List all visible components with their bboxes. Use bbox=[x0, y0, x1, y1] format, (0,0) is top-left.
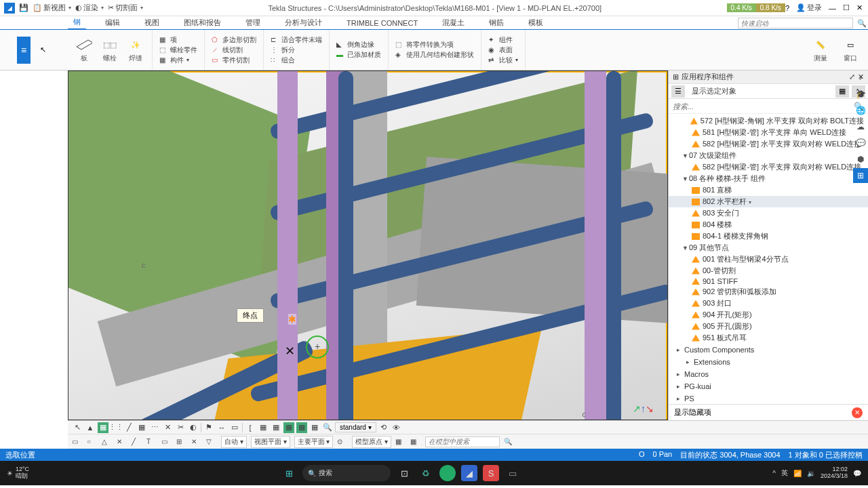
tab-template[interactable]: 模板 bbox=[523, 16, 549, 29]
rail-chat-icon[interactable]: 💬 bbox=[853, 136, 868, 150]
tool-more1[interactable]: ⋯ bbox=[149, 422, 160, 433]
polycut-button[interactable]: ⬠多边形切割 bbox=[212, 35, 256, 45]
geometry-shape-button[interactable]: ◈使用几何结构创建形状 bbox=[395, 50, 474, 60]
shape-t[interactable]: T bbox=[146, 438, 157, 445]
fit-end-button[interactable]: ⊏适合零件末端 bbox=[271, 35, 322, 45]
tree-item[interactable]: 00-管切割 bbox=[669, 265, 868, 277]
tool-more6[interactable]: ▦ bbox=[271, 422, 281, 433]
tool-cursor[interactable]: ↖ bbox=[72, 422, 83, 433]
tree-item[interactable]: 802 水平栏杆 bbox=[669, 196, 868, 207]
plate-button[interactable]: 板 bbox=[76, 37, 92, 63]
tool-dots[interactable]: ⋮⋮ bbox=[111, 422, 121, 433]
tree-item[interactable]: 001 管柱与型钢梁4分节点 bbox=[669, 253, 868, 265]
save-icon[interactable]: 💾 bbox=[19, 3, 28, 12]
shape-more2[interactable]: ⊞ bbox=[176, 438, 187, 445]
tool-line[interactable]: ╱ bbox=[123, 422, 134, 433]
help-icon[interactable]: ? bbox=[785, 4, 789, 12]
assembly-button[interactable]: ▦构件 ▾ bbox=[159, 56, 197, 65]
tool-more3[interactable]: ↔ bbox=[216, 422, 227, 433]
bolt-part-button[interactable]: ⬚螺栓零件 bbox=[159, 45, 197, 55]
tool-x[interactable]: ✕ bbox=[162, 422, 173, 433]
weather-widget[interactable]: ☀ 12°C晴朗 bbox=[7, 466, 29, 480]
tool-flag[interactable]: ⚑ bbox=[203, 422, 214, 433]
section-menu[interactable]: ✂切割面 bbox=[108, 3, 143, 13]
linecut-button[interactable]: ⟋线切割 bbox=[212, 45, 256, 55]
tree-category[interactable]: Extensions bbox=[669, 356, 868, 368]
tray-ime-icon[interactable]: 英 bbox=[781, 468, 788, 478]
shape-tri[interactable]: △ bbox=[102, 438, 113, 445]
model-search-input[interactable] bbox=[425, 436, 500, 447]
tool-search[interactable]: 🔍 bbox=[322, 422, 333, 433]
recycle-icon[interactable]: ♻ bbox=[418, 465, 434, 481]
weld-button[interactable]: ✨焊缝 bbox=[127, 37, 144, 63]
tool-more2[interactable]: ◐ bbox=[188, 422, 199, 433]
tree-item[interactable]: 904 开孔(矩形) bbox=[669, 309, 868, 321]
viewplane-dropdown[interactable]: 视图平面 ▾ bbox=[251, 436, 290, 448]
tool-g1[interactable]: ▦ bbox=[283, 422, 294, 433]
tab-concrete[interactable]: 混凝土 bbox=[437, 16, 470, 29]
app-wps[interactable]: S bbox=[483, 465, 499, 481]
grid-toggle1[interactable]: ▦ bbox=[395, 438, 406, 445]
show-hidden-label[interactable]: 显示隐藏项 bbox=[674, 407, 711, 418]
tree-category[interactable]: PS bbox=[669, 392, 868, 404]
combine-button[interactable]: ∷组合 bbox=[271, 56, 322, 65]
auto-dropdown[interactable]: 自动 ▾ bbox=[221, 436, 247, 448]
tree-item[interactable]: 902 管切割和弧板添加 bbox=[669, 286, 868, 298]
tool-bracket[interactable]: [ bbox=[245, 422, 256, 433]
tree-item[interactable]: 905 开孔(圆形) bbox=[669, 321, 868, 332]
search-icon[interactable]: 🔍 bbox=[857, 19, 867, 28]
hamburger-menu[interactable]: ≡ bbox=[17, 37, 31, 64]
bolt-button[interactable]: ⬚⬚螺栓 bbox=[102, 37, 118, 63]
taskbar-search[interactable]: 🔍 搜索 bbox=[302, 465, 391, 481]
tray-notification-icon[interactable]: 💬 bbox=[853, 470, 861, 477]
tray-up-icon[interactable]: ^ bbox=[772, 470, 776, 477]
convert-item-button[interactable]: ⬚将零件转换为项 bbox=[395, 40, 474, 49]
task-view-icon[interactable]: ⊡ bbox=[396, 465, 412, 481]
rail-components-icon[interactable]: ⊞ bbox=[853, 168, 868, 183]
show-selected-label[interactable]: 显示选定对象 bbox=[688, 86, 741, 96]
tab-trimble[interactable]: TRIMBLE CONNECT bbox=[341, 18, 423, 28]
shape-circ[interactable]: ○ bbox=[87, 438, 98, 445]
panel-search-input[interactable] bbox=[673, 102, 854, 110]
render-menu[interactable]: ◐渲染 bbox=[75, 3, 104, 13]
grid-view-button[interactable]: ▦ bbox=[835, 85, 849, 98]
maximize-icon[interactable]: ☐ bbox=[843, 3, 850, 12]
new-view-menu[interactable]: 📋新视图 bbox=[33, 3, 71, 13]
chamfer-button[interactable]: ◣倒角边缘 bbox=[336, 40, 381, 49]
window-button[interactable]: ▭窗口 bbox=[842, 37, 859, 63]
shape-more3[interactable]: ✕ bbox=[191, 438, 202, 445]
tool-more4[interactable]: ▭ bbox=[229, 422, 240, 433]
quick-launch-input[interactable] bbox=[738, 18, 853, 28]
tree-item[interactable]: 901 STIFF bbox=[669, 277, 868, 286]
tree-item[interactable]: 581 [H型钢梁-管] 水平支撑 单向 WELD连接 bbox=[669, 127, 868, 138]
tool-tri[interactable]: ▲ bbox=[85, 422, 96, 433]
origin-icon[interactable]: ⊙ bbox=[337, 438, 348, 445]
tree-category[interactable]: PG-kuai bbox=[669, 380, 868, 392]
component-tree[interactable]: 572 [H型钢梁-角钢] 水平支撑 双向对称 BOLT连接581 [H型钢梁-… bbox=[669, 114, 868, 404]
app-generic[interactable]: ▭ bbox=[505, 465, 521, 481]
standard-dropdown[interactable]: standard ▾ bbox=[335, 422, 376, 432]
tree-category[interactable]: Macros bbox=[669, 368, 868, 380]
footer-close-icon[interactable]: ✕ bbox=[852, 407, 863, 418]
shape-more4[interactable]: ▽ bbox=[206, 438, 217, 445]
shape-rect[interactable]: ▭ bbox=[72, 438, 83, 445]
tree-item[interactable]: 803 安全门 bbox=[669, 207, 868, 219]
tool-g2[interactable]: ▦ bbox=[296, 422, 307, 433]
shape-more1[interactable]: ▭ bbox=[161, 438, 172, 445]
tool-eye[interactable]: 👁 bbox=[391, 422, 402, 433]
tree-item[interactable]: 903 封口 bbox=[669, 298, 868, 309]
tab-edit[interactable]: 编辑 bbox=[100, 16, 125, 29]
list-view-button[interactable]: ☰ bbox=[671, 85, 685, 98]
tool-rect[interactable]: ▦ bbox=[98, 422, 108, 433]
tool-grid[interactable]: ▦ bbox=[136, 422, 147, 433]
measure-button[interactable]: 📏测量 bbox=[812, 37, 829, 63]
tree-item[interactable]: 572 [H型钢梁-角钢] 水平支撑 双向对称 BOLT连接 bbox=[669, 115, 868, 127]
tree-item[interactable]: 801 直梯 bbox=[669, 184, 868, 196]
tab-manage[interactable]: 管理 bbox=[240, 16, 266, 29]
minimize-icon[interactable]: — bbox=[829, 4, 836, 12]
shape-x[interactable]: ✕ bbox=[117, 438, 127, 445]
tree-item[interactable]: 582 [H型钢梁-管] 水平支撑 双向对称 WELD连接 bbox=[669, 138, 868, 150]
app-tekla[interactable]: ◢ bbox=[461, 465, 477, 481]
tree-item[interactable]: 804-1 楼梯支撑角钢 bbox=[669, 230, 868, 242]
component-button[interactable]: ✦组件 bbox=[488, 35, 518, 45]
